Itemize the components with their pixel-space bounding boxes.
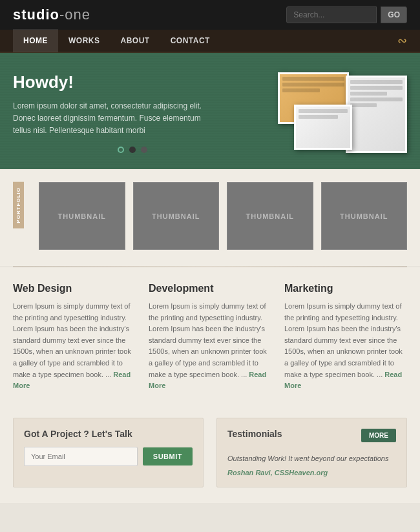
thumbnail-2[interactable]: THUMBNAIL <box>133 182 220 250</box>
logo-light: one <box>65 6 90 23</box>
nav-item-home[interactable]: HOME <box>13 29 58 52</box>
testimonials-title: Testimonials <box>227 429 282 439</box>
col-development-title: Development <box>149 283 271 294</box>
thumbnails-grid: THUMBNAIL THUMBNAIL THUMBNAIL THUMBNAIL <box>39 182 407 250</box>
hero-images <box>265 72 407 156</box>
logo: studio-one <box>13 6 90 23</box>
search-input[interactable] <box>286 6 377 23</box>
rss-icon[interactable]: ∾ <box>397 34 407 48</box>
portfolio-label: PORTFOLIO <box>13 182 24 229</box>
search-form: GO <box>286 6 407 23</box>
hero-description: Lorem ipsum dolor sit amet, consectetur … <box>13 100 220 138</box>
hero-image-3 <box>294 105 352 150</box>
submit-button[interactable]: SUBMIT <box>143 447 193 466</box>
email-input[interactable] <box>24 447 138 466</box>
col-web-design: Web Design Lorem Ipsum is simply dummy t… <box>13 283 136 392</box>
col-marketing: Marketing Lorem Ipsum is simply dummy te… <box>284 283 407 392</box>
project-panel-title: Got A Project ? Let's Talk <box>24 429 193 439</box>
testimonial-quote: Outstanding Work! It went beyond our exp… <box>227 453 396 464</box>
hero-dot-3[interactable] <box>141 147 147 153</box>
hero-image-2 <box>346 76 407 153</box>
col-web-design-title: Web Design <box>13 283 136 294</box>
author-name: Roshan Ravi, CSSHeaven.org <box>227 469 328 476</box>
nav-items: HOME WORKS ABOUT CONTACT <box>13 29 397 52</box>
project-form: SUBMIT <box>24 447 193 466</box>
nav-item-about[interactable]: ABOUT <box>110 29 160 52</box>
portfolio-section: PORTFOLIO THUMBNAIL THUMBNAIL THUMBNAIL … <box>0 169 420 266</box>
testimonials-panel: Testimonials MORE Outstanding Work! It w… <box>216 418 407 488</box>
col-development-body: Lorem Ipsum is simply dummy text of the … <box>149 301 271 392</box>
nav-item-contact[interactable]: CONTACT <box>160 29 220 52</box>
thumbnail-3[interactable]: THUMBNAIL <box>227 182 313 250</box>
nav-item-works[interactable]: WORKS <box>58 29 110 52</box>
hero-title: Howdy! <box>13 72 252 92</box>
col-web-design-body: Lorem Ipsum is simply dummy text of the … <box>13 301 136 392</box>
testimonial-author: Roshan Ravi, CSSHeaven.org <box>227 469 396 476</box>
thumbnail-4[interactable]: THUMBNAIL <box>321 182 408 250</box>
hero-dot-2[interactable] <box>129 147 136 153</box>
thumbnail-1[interactable]: THUMBNAIL <box>39 182 125 250</box>
col-marketing-body: Lorem Ipsum is simply dummy text of the … <box>284 301 407 392</box>
more-button[interactable]: MORE <box>361 429 396 442</box>
search-button[interactable]: GO <box>381 6 407 23</box>
logo-bold: studio <box>13 6 59 23</box>
features-section: Web Design Lorem Ipsum is simply dummy t… <box>0 267 420 407</box>
testimonials-header: Testimonials MORE <box>227 429 396 447</box>
main-nav: HOME WORKS ABOUT CONTACT ∾ <box>0 30 420 53</box>
hero-section: Howdy! Lorem ipsum dolor sit amet, conse… <box>0 53 420 169</box>
project-panel: Got A Project ? Let's Talk SUBMIT <box>13 418 204 488</box>
col-marketing-title: Marketing <box>284 283 407 294</box>
site-header: studio-one GO <box>0 0 420 30</box>
hero-dots <box>13 138 252 153</box>
portfolio-wrapper: PORTFOLIO THUMBNAIL THUMBNAIL THUMBNAIL … <box>13 182 407 253</box>
footer-space <box>0 503 420 532</box>
hero-text: Howdy! Lorem ipsum dolor sit amet, conse… <box>13 72 265 153</box>
col-development: Development Lorem Ipsum is simply dummy … <box>149 283 271 392</box>
hero-dot-1[interactable] <box>118 147 124 153</box>
bottom-section: Got A Project ? Let's Talk SUBMIT Testim… <box>0 407 420 504</box>
